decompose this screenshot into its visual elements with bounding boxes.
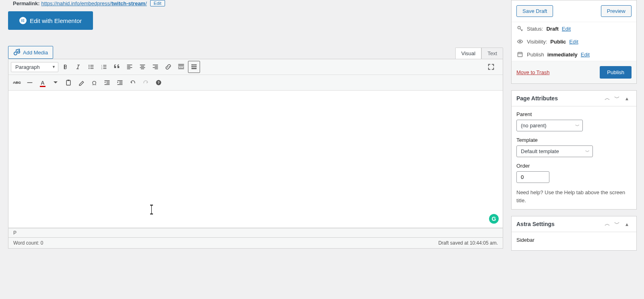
status-edit-link[interactable]: Edit (562, 26, 571, 32)
svg-rect-25 (141, 69, 144, 69)
svg-text:3: 3 (101, 68, 103, 70)
paste-button[interactable] (62, 77, 74, 89)
svg-rect-32 (178, 69, 184, 69)
svg-rect-30 (178, 64, 184, 65)
svg-rect-43 (105, 80, 110, 81)
move-to-trash-link[interactable]: Move to Trash (516, 69, 549, 75)
horizontal-rule-button[interactable] (24, 77, 36, 89)
svg-rect-28 (153, 67, 158, 68)
visibility-label: Visibility: (527, 39, 547, 45)
text-color-button[interactable]: A (37, 77, 49, 89)
svg-rect-41 (66, 80, 70, 85)
svg-rect-9 (90, 66, 93, 67)
astra-sidebar-label: Sidebar (516, 237, 632, 243)
tab-visual[interactable]: Visual (455, 48, 481, 59)
strikethrough-button[interactable]: ABC (11, 77, 23, 89)
svg-rect-34 (193, 64, 195, 66)
format-select[interactable]: Paragraph (11, 62, 58, 72)
svg-rect-17 (103, 68, 106, 69)
chevron-down-icon[interactable]: ﹀ (612, 95, 622, 102)
status-value: Draft (546, 26, 558, 32)
svg-rect-22 (140, 64, 145, 65)
publish-date-edit-link[interactable]: Edit (581, 52, 590, 58)
edit-with-elementor-button[interactable]: Edit with Elementor (8, 11, 93, 30)
numbered-list-button[interactable]: 123 (98, 61, 110, 73)
preview-button[interactable]: Preview (601, 5, 632, 17)
chevron-up-icon[interactable]: ︿ (603, 220, 612, 228)
svg-rect-39 (192, 68, 197, 69)
svg-rect-37 (193, 66, 195, 67)
page-attributes-title: Page Attributes (516, 95, 603, 102)
template-label: Template (516, 137, 632, 143)
align-left-button[interactable] (124, 61, 136, 73)
key-icon (516, 25, 524, 32)
media-icon (13, 49, 21, 56)
publish-box: Save Draft Preview Status: Draft Edit Vi… (511, 0, 637, 84)
order-input[interactable] (516, 171, 549, 183)
readmore-button[interactable] (175, 61, 187, 73)
align-center-button[interactable] (136, 61, 149, 73)
outdent-button[interactable] (101, 77, 113, 89)
svg-rect-27 (155, 66, 158, 67)
indent-button[interactable] (114, 77, 126, 89)
align-right-button[interactable] (149, 61, 161, 73)
svg-rect-24 (140, 67, 145, 68)
astra-settings-title: Astra Settings (516, 221, 603, 227)
elementor-icon (19, 17, 27, 24)
bullet-list-button[interactable] (85, 61, 97, 73)
visibility-edit-link[interactable]: Edit (569, 39, 578, 45)
elementor-button-label: Edit with Elementor (30, 17, 82, 24)
chevron-up-icon[interactable]: ︿ (603, 95, 612, 102)
svg-point-6 (89, 65, 89, 66)
svg-point-53 (518, 26, 520, 29)
svg-rect-38 (195, 66, 197, 67)
svg-rect-46 (105, 84, 110, 85)
draft-saved-status: Draft saved at 10:44:05 am. (438, 240, 498, 246)
svg-rect-33 (192, 64, 193, 66)
svg-rect-19 (127, 66, 130, 67)
blockquote-button[interactable] (111, 61, 123, 73)
svg-rect-48 (119, 82, 122, 83)
editor-path: P (8, 228, 503, 237)
toolbar-toggle-button[interactable] (188, 61, 200, 73)
text-color-dropdown[interactable] (50, 77, 62, 89)
grammarly-icon[interactable]: G (489, 214, 499, 224)
publish-button[interactable]: Publish (600, 66, 632, 79)
bold-button[interactable] (59, 61, 71, 73)
save-draft-button[interactable]: Save Draft (516, 5, 553, 17)
svg-point-4 (14, 52, 17, 55)
edit-permalink-button[interactable]: Edit (150, 0, 165, 6)
collapse-toggle-icon[interactable]: ▴ (622, 95, 632, 102)
svg-rect-2 (23, 20, 24, 21)
tab-text[interactable]: Text (481, 48, 503, 59)
italic-button[interactable] (72, 61, 84, 73)
clear-formatting-button[interactable] (75, 77, 87, 89)
svg-rect-26 (153, 64, 158, 65)
svg-rect-29 (155, 69, 158, 69)
permalink-link[interactable]: https://nahid.info/embedpress/twitch-str… (41, 0, 147, 6)
svg-rect-21 (127, 69, 130, 69)
svg-text:?: ? (157, 81, 159, 85)
editor-content-area[interactable]: G (8, 91, 503, 228)
svg-point-54 (519, 41, 520, 42)
svg-point-8 (89, 66, 89, 67)
svg-rect-18 (127, 64, 132, 65)
template-select[interactable]: Default template (516, 145, 593, 157)
special-char-button[interactable]: Ω (88, 77, 100, 89)
redo-button[interactable] (140, 77, 152, 89)
svg-rect-13 (103, 65, 106, 66)
fullscreen-button[interactable] (485, 61, 497, 73)
astra-settings-box: Astra Settings ︿ ﹀ ▴ Sidebar (511, 216, 637, 251)
visibility-value: Public (550, 39, 566, 45)
svg-point-10 (89, 68, 89, 69)
undo-button[interactable] (127, 77, 139, 89)
help-button[interactable]: ? (153, 77, 165, 89)
collapse-toggle-icon[interactable]: ▴ (622, 221, 632, 227)
parent-select[interactable]: (no parent) (516, 120, 583, 131)
eye-icon (516, 38, 524, 45)
svg-rect-1 (23, 19, 24, 20)
chevron-down-icon[interactable]: ﹀ (612, 220, 622, 228)
svg-rect-20 (127, 67, 132, 68)
link-button[interactable] (162, 61, 174, 73)
add-media-button[interactable]: Add Media (8, 46, 53, 59)
